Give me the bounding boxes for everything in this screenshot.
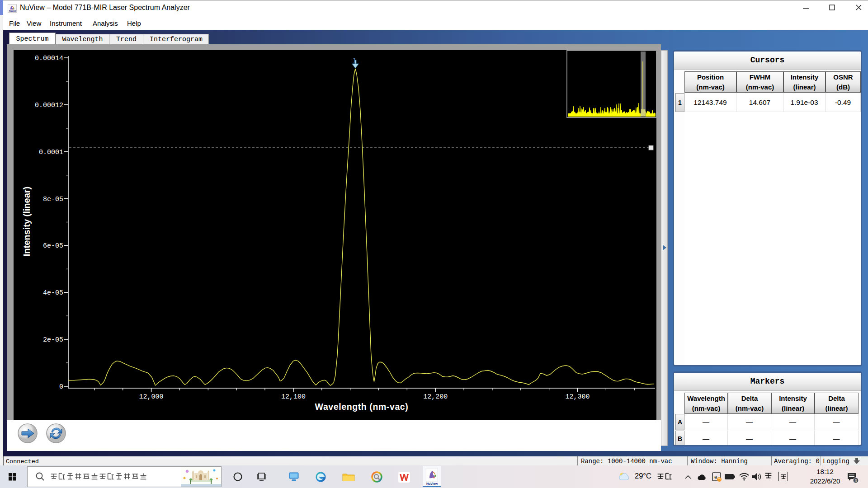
svg-text:0.00014: 0.00014 — [35, 55, 63, 62]
svg-text:2e-05: 2e-05 — [43, 336, 63, 344]
svg-text:12,300: 12,300 — [565, 393, 590, 401]
svg-text:Intensity (linear): Intensity (linear) — [22, 187, 32, 256]
svg-text:0.0001: 0.0001 — [39, 149, 63, 156]
svg-text:e: e — [714, 474, 717, 480]
svg-text:8e-05: 8e-05 — [43, 196, 63, 203]
svg-text:NuView: NuView — [426, 482, 438, 485]
svg-text:4e-05: 4e-05 — [43, 289, 63, 297]
svg-text:6e-05: 6e-05 — [43, 242, 63, 250]
svg-text:0.00012: 0.00012 — [35, 102, 63, 109]
svg-text:12,200: 12,200 — [423, 393, 448, 401]
svg-text:12,000: 12,000 — [139, 393, 164, 401]
svg-text:0: 0 — [59, 383, 63, 391]
svg-text:Wavelength (nm-vac): Wavelength (nm-vac) — [315, 402, 409, 412]
svg-text:12,100: 12,100 — [281, 393, 306, 401]
svg-text:3: 3 — [855, 479, 857, 483]
svg-text:NuView: NuView — [9, 10, 16, 12]
